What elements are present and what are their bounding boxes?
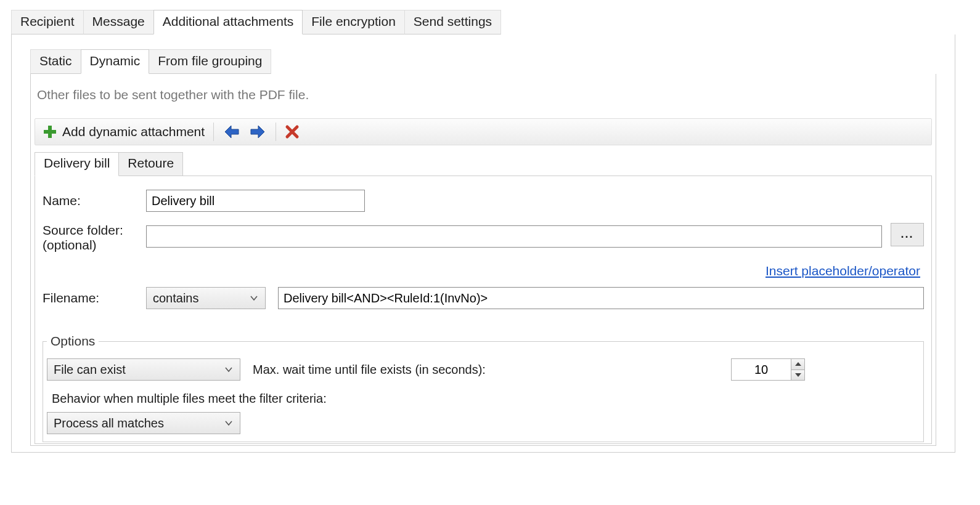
source-folder-label-line2: (optional) [43,238,97,252]
attachment-items-tabstrip: Delivery bill Retoure [35,152,932,176]
insert-placeholder-link[interactable]: Insert placeholder/operator [766,264,920,278]
triangle-up-icon [795,362,801,366]
attachments-panel: Static Dynamic From file grouping Other … [11,34,955,453]
name-input[interactable] [146,190,365,212]
tab-file-encryption[interactable]: File encryption [302,10,405,34]
tab-send-settings[interactable]: Send settings [404,10,501,34]
chevron-down-icon [249,293,259,303]
attachment-form: Name: Source folder: (optional) ... Inse… [35,176,932,444]
spinner-down-button[interactable] [791,370,804,381]
main-tabstrip: Recipient Message Additional attachments… [11,10,955,34]
delete-button[interactable] [281,123,303,140]
dynamic-panel-description: Other files to be sent together with the… [37,87,932,102]
name-label: Name: [43,193,146,208]
spinner-up-button[interactable] [791,359,804,370]
attachment-tab-delivery-bill[interactable]: Delivery bill [35,152,119,176]
attachment-tab-retoure[interactable]: Retoure [118,152,183,176]
dynamic-panel: Other files to be sent together with the… [30,74,936,446]
source-folder-label-line1: Source folder: [43,223,123,237]
options-fieldset: Options File can exist Max. wait time un… [43,334,924,442]
add-dynamic-attachment-label: Add dynamic attachment [62,124,205,139]
filename-operator-value: contains [153,291,199,305]
arrow-right-icon [248,124,267,140]
file-existence-value: File can exist [54,363,126,377]
filename-label: Filename: [43,291,146,305]
tab-message[interactable]: Message [83,10,154,34]
wait-time-input[interactable] [732,359,791,380]
close-icon [285,124,300,139]
add-dynamic-attachment-button[interactable]: Add dynamic attachment [39,123,208,140]
multiple-matches-select[interactable]: Process all matches [47,412,240,434]
arrow-left-icon [223,124,241,140]
tab-recipient[interactable]: Recipient [11,10,84,34]
filename-pattern-input[interactable] [278,287,924,309]
move-right-button[interactable] [245,123,271,141]
multiple-matches-label: Behavior when multiple files meet the fi… [52,392,916,406]
browse-source-folder-button[interactable]: ... [891,223,924,246]
svg-rect-1 [44,130,56,134]
chevron-down-icon [224,418,234,428]
options-legend: Options [47,334,99,349]
tab-from-file-grouping[interactable]: From file grouping [149,49,271,74]
dynamic-toolbar: Add dynamic attachment [35,118,932,145]
chevron-down-icon [224,365,234,374]
file-existence-select[interactable]: File can exist [47,358,240,381]
filename-operator-select[interactable]: contains [146,287,266,309]
source-folder-input[interactable] [146,225,882,248]
tab-dynamic[interactable]: Dynamic [81,49,150,74]
toolbar-separator [213,123,214,141]
triangle-down-icon [795,373,801,377]
move-left-button[interactable] [219,123,245,141]
wait-time-label: Max. wait time until file exists (in sec… [253,363,486,377]
tab-additional-attachments[interactable]: Additional attachments [153,10,303,34]
multiple-matches-value: Process all matches [54,416,164,430]
wait-time-spinner[interactable] [731,358,805,381]
tab-static[interactable]: Static [30,49,81,74]
source-folder-label: Source folder: (optional) [43,223,146,252]
toolbar-separator-2 [276,123,276,141]
attachments-mode-tabstrip: Static Dynamic From file grouping [30,49,936,74]
plus-icon [43,124,57,139]
